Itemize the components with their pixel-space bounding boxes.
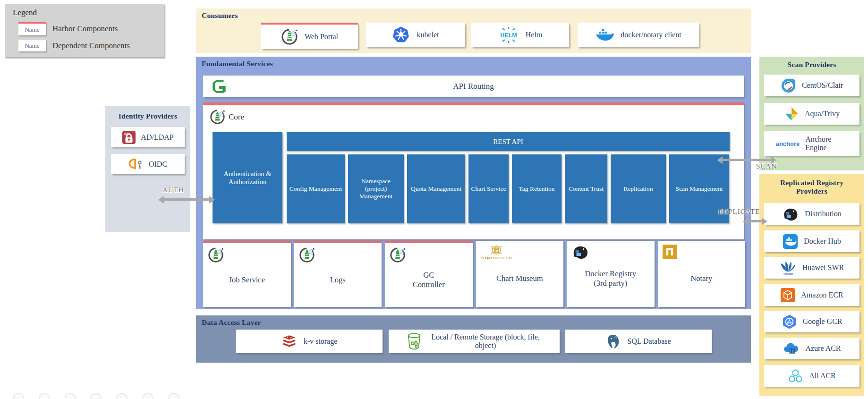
- aqua-trivy-box: Aqua/Trivy: [764, 103, 859, 125]
- huawei-swr-box: HUAWEI Huawei SWR: [764, 257, 859, 279]
- replicate-connection-label: REPLICATE: [718, 208, 760, 216]
- ad-ldap-box: LDAP AD/LDAP: [111, 127, 185, 147]
- docker-registry-label: Docker Registry (3rd party): [579, 260, 642, 288]
- sql-database-label: SQL Database: [627, 337, 671, 346]
- centos-clair-label: CentOS/Clair: [802, 81, 843, 90]
- distribution-icon: [571, 245, 589, 260]
- docker-hub-box: Docker Hub: [764, 230, 859, 252]
- huawei-icon: HUAWEI: [780, 260, 797, 275]
- postgresql-icon: [606, 333, 621, 350]
- helm-label: Helm: [526, 31, 543, 39]
- consumers-title: Consumers: [202, 11, 238, 20]
- replicated-registry-providers-title: Replicated Registry Providers: [759, 178, 864, 195]
- module-config-management: Config Management: [287, 154, 345, 223]
- data-access-layer-panel: Data Access Layer k-v storage: [196, 315, 751, 363]
- cropped-circle-decoration: [116, 393, 128, 399]
- svg-text:HUAWEI: HUAWEI: [783, 273, 793, 275]
- local-remote-storage-box: Local / Remote Storage (block, file, obj…: [389, 330, 560, 353]
- openid-icon: [128, 157, 144, 171]
- kubelet-label: kubelet: [417, 31, 439, 39]
- notary-box: Notary: [658, 241, 746, 307]
- legend-panel: Legend Name Harbor Components Name Depen…: [5, 4, 164, 58]
- distribution-icon: [782, 207, 799, 221]
- trivy-icon: [784, 106, 799, 121]
- oidc-box: OIDC: [111, 154, 185, 174]
- api-routing-box: API Routing: [203, 76, 744, 97]
- g-logo-icon: [211, 78, 228, 95]
- google-gcr-box: Google GCR: [764, 311, 859, 332]
- notary-icon: [663, 245, 677, 259]
- replicated-registry-providers-panel: Replicated Registry Providers Distributi…: [759, 174, 864, 396]
- azure-acr-label: Azure ACR: [805, 344, 841, 353]
- legend-item-dependent: Name Dependent Components: [18, 40, 164, 51]
- scan-providers-panel: Scan Providers CentOS/Clair Aqua/Trivy a…: [759, 57, 864, 170]
- data-access-layer-title: Data Access Layer: [202, 318, 261, 327]
- distribution-label: Distribution: [805, 210, 841, 218]
- azure-acr-box: Azure ACR: [764, 338, 859, 359]
- module-replication: Replication: [611, 154, 666, 223]
- svg-text:HELM: HELM: [500, 32, 517, 39]
- storage-bucket-icon: [406, 332, 422, 351]
- harbor-architecture-diagram: Legend Name Harbor Components Name Depen…: [0, 0, 868, 399]
- chartmuseum-icon: CHARTMUSEUM: [481, 245, 512, 260]
- docker-icon: [595, 27, 614, 43]
- redis-icon: [281, 334, 297, 348]
- api-routing-label: API Routing: [453, 82, 494, 91]
- legend-label: Harbor Components: [52, 24, 118, 34]
- harbor-icon: [281, 28, 298, 45]
- ad-ldap-label: AD/LDAP: [141, 133, 173, 142]
- amazon-ecr-label: Amazon ECR: [801, 291, 843, 299]
- logs-box: Logs: [294, 241, 382, 307]
- ldap-icon: LDAP: [122, 130, 136, 144]
- google-gcr-label: Google GCR: [803, 317, 842, 326]
- huawei-swr-label: Huawei SWR: [802, 263, 844, 272]
- harbor-icon: [390, 247, 406, 263]
- gc-controller-label: GC Controller: [409, 261, 449, 289]
- azure-acr-icon: [783, 341, 800, 356]
- google-gcr-icon: [782, 314, 797, 330]
- job-service-label: Job Service: [229, 266, 265, 285]
- chart-museum-label: Chart Museum: [496, 264, 543, 283]
- anchore-engine-box: anchore Anchore Engine: [764, 131, 859, 156]
- module-content-trust: Content Trust: [565, 154, 607, 223]
- core-header: Core: [210, 109, 244, 125]
- notary-label: Notary: [690, 264, 712, 283]
- auth-arrow: [164, 198, 209, 201]
- services-row: Job Service Logs GC Controller: [203, 241, 745, 307]
- identity-providers-title: Identity Providers: [105, 112, 190, 120]
- web-portal-box: Web Portal: [261, 23, 358, 49]
- sql-database-box: SQL Database: [565, 330, 712, 353]
- fundamental-services-title: Fundamental Services: [202, 59, 273, 68]
- amazon-ecr-icon: [780, 288, 795, 303]
- module-chart-service: Chart Service: [468, 154, 509, 223]
- legend-sample-harbor: Name: [18, 22, 46, 35]
- scan-arrow: [723, 159, 771, 161]
- logs-label: Logs: [330, 266, 346, 285]
- kubernetes-icon: [392, 26, 410, 44]
- ali-acr-box: Ali ACR: [764, 365, 859, 387]
- kv-storage-box: k-v storage: [236, 330, 383, 353]
- dockerhub-icon: [783, 234, 798, 249]
- replicate-arrow: [749, 220, 762, 222]
- clair-icon: [781, 78, 796, 93]
- harbor-icon: [299, 247, 315, 263]
- centos-clair-box: CentOS/Clair: [764, 75, 859, 96]
- consumers-panel: Consumers Web Portal kubelet HELM: [196, 8, 751, 53]
- cropped-circle-decoration: [13, 393, 24, 399]
- cropped-circle-decoration: [39, 393, 50, 399]
- helm-box: HELM Helm: [471, 23, 569, 47]
- module-quota-management: Quota Management: [407, 154, 465, 223]
- legend-label: Dependent Components: [52, 41, 130, 51]
- kv-storage-label: k-v storage: [304, 337, 338, 346]
- cropped-circle-decoration: [65, 393, 76, 399]
- cropped-circle-decoration: [168, 393, 179, 399]
- rest-api-bar: REST API: [287, 132, 730, 151]
- docker-notary-client-box: docker/notary client: [578, 23, 699, 47]
- chartmuseum-logo-text: CHARTMUSEUM: [481, 256, 512, 260]
- cropped-circle-decoration: [142, 393, 153, 399]
- oidc-label: OIDC: [149, 160, 167, 169]
- legend-item-harbor: Name Harbor Components: [18, 22, 164, 35]
- web-portal-label: Web Portal: [305, 33, 338, 41]
- module-namespace-management: Namespace (project) Management: [348, 154, 404, 223]
- legend-title: Legend: [5, 4, 164, 17]
